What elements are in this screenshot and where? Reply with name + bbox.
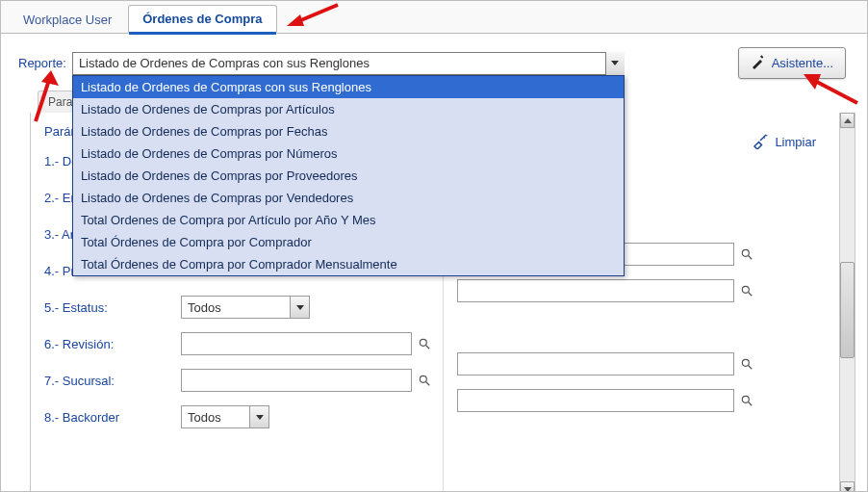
dropdown-item[interactable]: Listado de Ordenes de Compras por Provee… (73, 165, 624, 187)
sucursal-to-input[interactable] (457, 389, 734, 412)
limpiar-label: Limpiar (775, 135, 816, 149)
scroll-up-icon[interactable] (840, 113, 855, 128)
dropdown-item[interactable]: Total Órdenes de Compra por Comprador (73, 231, 624, 253)
search-icon[interactable] (418, 374, 431, 387)
broom-icon (752, 132, 769, 152)
param-label: 7.- Sucursal: (44, 374, 181, 388)
right-row-6 (457, 346, 848, 382)
revision-input[interactable] (181, 332, 412, 355)
svg-point-0 (420, 339, 426, 346)
svg-line-1 (426, 346, 430, 350)
dropdown-item[interactable]: Listado de Ordenes de Compras con sus Re… (73, 76, 624, 98)
param-row-7: 7.- Sucursal: (44, 362, 435, 399)
right-row-4 (457, 272, 848, 309)
backorder-value: Todos (188, 410, 221, 425)
param-label: 8.- Backorder (44, 410, 181, 425)
proveedor-to-input[interactable] (457, 279, 734, 302)
scroll-thumb[interactable] (840, 262, 855, 358)
svg-point-11 (742, 359, 749, 366)
param-label: 5.- Estatus: (44, 300, 181, 315)
svg-line-10 (748, 293, 752, 297)
search-icon[interactable] (418, 337, 431, 350)
scroll-down-icon[interactable] (840, 481, 855, 492)
tab-bar: Workplace User Órdenes de Compra (1, 1, 867, 34)
limpiar-button[interactable]: Limpiar (752, 132, 816, 152)
tab-ordenes[interactable]: Órdenes de Compra (128, 5, 276, 34)
svg-point-7 (742, 249, 749, 256)
svg-line-8 (748, 256, 752, 260)
dropdown-item[interactable]: Listado de Ordenes de Compras por Vended… (73, 187, 624, 209)
svg-point-2 (420, 375, 426, 382)
svg-line-3 (426, 382, 430, 386)
dropdown-item[interactable]: Total Órdenes de Compra por Comprador Me… (73, 253, 624, 275)
reporte-label: Reporte: (18, 56, 66, 70)
estatus-select[interactable]: Todos (181, 296, 310, 319)
dropdown-item[interactable]: Listado de Ordenes de Compras por Número… (73, 142, 624, 165)
search-icon[interactable] (740, 394, 753, 407)
param-row-5: 5.- Estatus: Todos (44, 289, 435, 325)
wizard-icon (751, 54, 766, 72)
svg-line-14 (748, 402, 752, 406)
backorder-select[interactable]: Todos (181, 405, 269, 428)
dropdown-item[interactable]: Listado de Ordenes de Compras por Fechas (73, 120, 624, 142)
right-row-7 (457, 382, 848, 419)
reporte-select-display[interactable]: Listado de Ordenes de Compras con sus Re… (72, 52, 625, 75)
revision-to-input[interactable] (457, 352, 734, 375)
svg-line-12 (748, 366, 752, 370)
asistente-button[interactable]: Asistente... (738, 47, 846, 79)
dropdown-item[interactable]: Total Ordenes de Compra por Artículo por… (73, 209, 624, 231)
dropdown-item[interactable]: Listado de Ordenes de Compras por Artícu… (73, 98, 624, 120)
search-icon[interactable] (740, 247, 753, 261)
svg-point-13 (742, 396, 749, 402)
param-row-6: 6.- Revisión: (44, 325, 435, 362)
svg-point-6 (766, 135, 768, 137)
reporte-dropdown: Listado de Ordenes de Compras con sus Re… (72, 75, 625, 276)
param-row-8: 8.- Backorder Todos (44, 399, 435, 435)
chevron-down-icon[interactable] (605, 52, 625, 75)
reporte-select[interactable]: Listado de Ordenes de Compras con sus Re… (72, 52, 625, 75)
scrollbar[interactable] (839, 113, 855, 492)
chevron-down-icon[interactable] (290, 297, 309, 318)
svg-point-9 (742, 286, 749, 293)
search-icon[interactable] (740, 284, 753, 298)
param-label: 6.- Revisión: (44, 337, 181, 351)
sucursal-input[interactable] (181, 369, 412, 392)
svg-point-5 (764, 137, 766, 139)
search-icon[interactable] (740, 357, 753, 371)
estatus-value: Todos (188, 300, 221, 315)
tab-workplace[interactable]: Workplace User (9, 6, 126, 33)
asistente-label: Asistente... (772, 56, 833, 70)
chevron-down-icon[interactable] (249, 406, 268, 427)
toolbar: Reporte: Listado de Ordenes de Compras c… (1, 34, 867, 85)
